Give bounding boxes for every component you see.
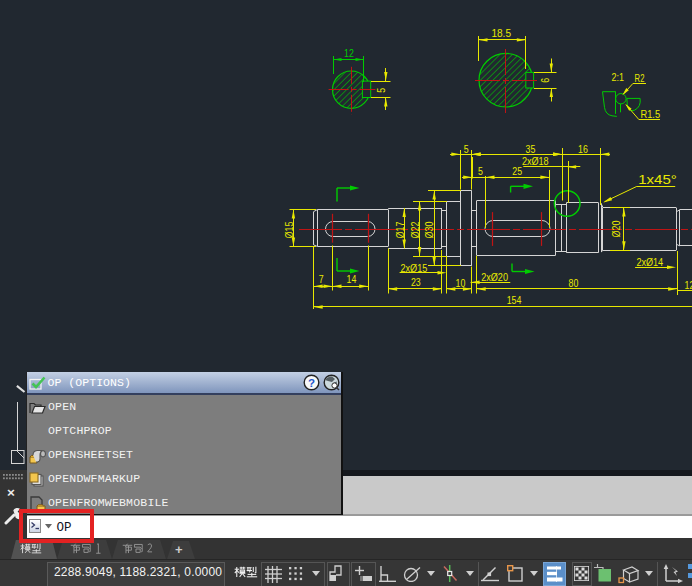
svg-text:5: 5 <box>375 88 387 93</box>
svg-text:2xØ18: 2xØ18 <box>522 155 549 167</box>
svg-text:5: 5 <box>478 165 483 177</box>
svg-text:Ø20: Ø20 <box>610 220 622 237</box>
svg-text:80: 80 <box>569 277 579 289</box>
svg-text:2xØ15: 2xØ15 <box>401 262 428 274</box>
svg-text:25: 25 <box>512 165 522 177</box>
svg-text:Ø15: Ø15 <box>283 221 295 238</box>
svg-text:7: 7 <box>319 273 324 285</box>
svg-text:1x45°: 1x45° <box>638 172 677 187</box>
svg-text:2xØ20: 2xØ20 <box>481 271 508 283</box>
svg-text:5: 5 <box>464 143 469 155</box>
svg-text:14: 14 <box>347 273 357 285</box>
svg-text:R1.5: R1.5 <box>641 108 661 120</box>
svg-text:?: ? <box>308 377 315 389</box>
svg-text:R2: R2 <box>635 72 645 84</box>
svg-text:Ø30: Ø30 <box>424 221 436 238</box>
svg-text:6: 6 <box>539 78 551 83</box>
svg-text:16: 16 <box>578 143 588 155</box>
svg-text:18.5: 18.5 <box>491 27 511 39</box>
svg-text:23: 23 <box>411 276 421 288</box>
svg-text:10: 10 <box>456 277 466 289</box>
svg-text:154: 154 <box>507 294 522 306</box>
svg-text:2:1: 2:1 <box>612 71 625 83</box>
svg-text:Ø17: Ø17 <box>394 221 406 238</box>
svg-text:Ø22: Ø22 <box>409 221 421 238</box>
svg-text:12: 12 <box>685 279 692 291</box>
svg-text:12: 12 <box>344 47 354 59</box>
svg-text:2xØ14: 2xØ14 <box>636 256 663 268</box>
svg-text:35: 35 <box>526 143 536 155</box>
